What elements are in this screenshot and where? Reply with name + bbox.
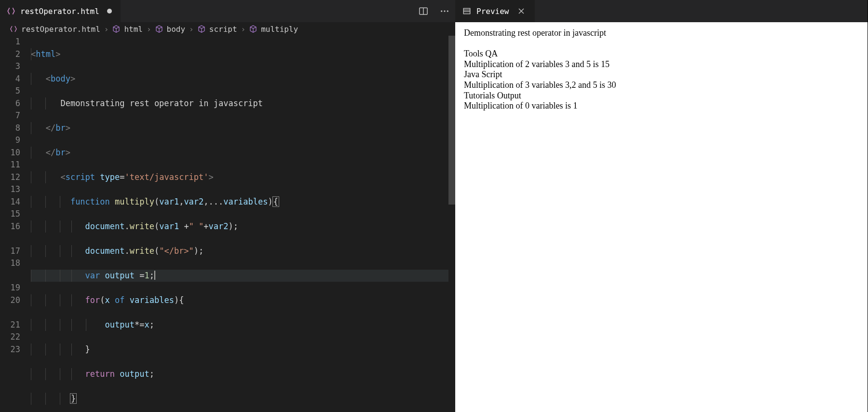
line-number: 10 <box>0 147 20 159</box>
file-braces-icon <box>10 25 17 33</box>
line-number: 8 <box>0 122 20 135</box>
line-number: 20 <box>0 294 20 307</box>
line-number: 2 <box>0 48 20 61</box>
line-number: 14 <box>0 196 20 208</box>
more-actions-icon[interactable] <box>440 6 449 16</box>
gutter: 1 2 3 4 5 6 7 8 9 10 11 12 13 14 15 16 1… <box>0 36 31 412</box>
line-number: 21 <box>0 319 20 331</box>
preview-tab-title: Preview <box>476 7 509 16</box>
preview-line <box>464 39 859 49</box>
cube-icon <box>198 25 205 33</box>
breadcrumb-multiply[interactable]: multiply <box>261 25 298 34</box>
line-number <box>0 306 20 319</box>
cube-icon <box>155 25 163 33</box>
line-number: 17 <box>0 245 20 258</box>
code-editor[interactable]: 1 2 3 4 5 6 7 8 9 10 11 12 13 14 15 16 1… <box>0 36 455 412</box>
preview-line: Multiplication of 2 variables 3 and 5 is… <box>464 59 859 70</box>
line-number: 22 <box>0 331 20 343</box>
file-braces-icon <box>7 7 15 15</box>
line-number: 7 <box>0 110 20 122</box>
file-tab[interactable]: restOperator.html <box>0 0 121 22</box>
chevron-right-icon: › <box>189 25 194 34</box>
dirty-indicator-icon <box>107 9 112 14</box>
preview-icon <box>462 6 472 16</box>
chevron-right-icon: › <box>147 25 151 34</box>
line-number: 19 <box>0 282 20 294</box>
line-number: 9 <box>0 134 20 147</box>
scrollbar-thumb[interactable] <box>448 36 455 205</box>
line-number: 12 <box>0 171 20 184</box>
preview-line: Java Script <box>464 69 859 80</box>
preview-pane: Preview Demonstrating rest operator in j… <box>455 0 868 412</box>
line-number <box>0 233 20 245</box>
preview-tab[interactable]: Preview <box>455 0 535 22</box>
line-number: 13 <box>0 183 20 196</box>
breadcrumb-script[interactable]: script <box>209 25 237 34</box>
breadcrumb-html[interactable]: html <box>124 25 143 34</box>
line-number: 18 <box>0 257 20 270</box>
svg-point-4 <box>447 10 448 12</box>
line-number: 1 <box>0 36 20 48</box>
scrollbar-vertical[interactable] <box>448 36 455 412</box>
breadcrumb-file[interactable]: restOperator.html <box>21 25 100 34</box>
tab-filename: restOperator.html <box>20 7 99 16</box>
line-number: 3 <box>0 60 20 73</box>
preview-line: Demonstrating rest operator in javascrip… <box>464 28 859 39</box>
breadcrumb[interactable]: restOperator.html › html › body › script… <box>0 22 455 36</box>
line-number: 4 <box>0 73 20 85</box>
preview-line: Multiplication of 0 variables is 1 <box>464 101 859 111</box>
preview-line: Tutorials Output <box>464 91 859 101</box>
svg-rect-5 <box>463 8 470 14</box>
close-icon[interactable] <box>516 6 526 16</box>
cube-icon <box>112 25 120 33</box>
chevron-right-icon: › <box>241 25 246 34</box>
cursor-icon <box>154 271 155 280</box>
line-number: 6 <box>0 97 20 110</box>
code-content[interactable]: <html> <body> Demonstrating rest operato… <box>31 36 455 412</box>
line-number: 15 <box>0 208 20 220</box>
preview-line: Tools QA <box>464 49 859 59</box>
split-editor-icon[interactable] <box>419 6 428 16</box>
line-number <box>0 270 20 282</box>
line-number: 11 <box>0 159 20 171</box>
line-number: 5 <box>0 85 20 97</box>
cube-icon <box>249 25 257 33</box>
tab-bar: restOperator.html <box>0 0 455 22</box>
line-number: 23 <box>0 343 20 356</box>
svg-point-2 <box>441 10 442 12</box>
line-number: 16 <box>0 220 20 233</box>
chevron-right-icon: › <box>104 25 109 34</box>
svg-point-3 <box>444 10 445 12</box>
breadcrumb-body[interactable]: body <box>167 25 186 34</box>
tab-actions <box>419 6 449 16</box>
editor-pane: restOperator.html restOperator.html › ht… <box>0 0 455 412</box>
preview-line: Multiplication of 3 variables 3,2 and 5 … <box>464 80 859 91</box>
preview-tab-bar: Preview <box>455 0 868 22</box>
preview-content: Demonstrating rest operator in javascrip… <box>455 22 868 412</box>
